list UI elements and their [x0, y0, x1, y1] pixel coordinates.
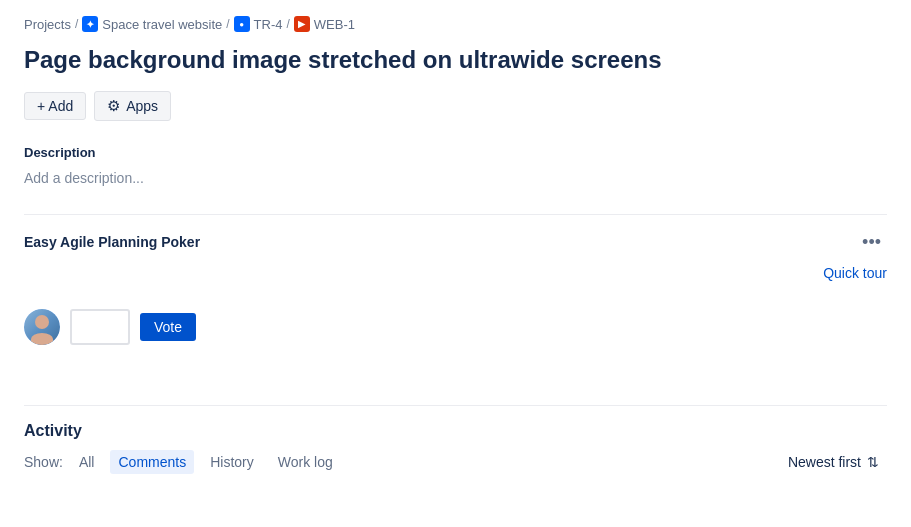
- show-label: Show:: [24, 454, 63, 470]
- tab-history[interactable]: History: [202, 450, 262, 474]
- breadcrumb-tr4[interactable]: ● TR-4: [234, 16, 283, 32]
- page-title: Page background image stretched on ultra…: [24, 44, 887, 75]
- breadcrumb-sep-1: /: [75, 17, 78, 31]
- activity-controls: Show: All Comments History Work log Newe…: [24, 450, 887, 474]
- agile-header: Easy Agile Planning Poker •••: [24, 231, 887, 253]
- breadcrumb-sep-2: /: [226, 17, 229, 31]
- breadcrumb-web1[interactable]: ▶ WEB-1: [294, 16, 355, 32]
- agile-section: Easy Agile Planning Poker ••• Quick tour…: [24, 214, 887, 345]
- breadcrumb-space-travel-label[interactable]: Space travel website: [102, 17, 222, 32]
- breadcrumb: Projects / ✦ Space travel website / ● TR…: [24, 16, 887, 32]
- description-section: Description Add a description...: [24, 145, 887, 190]
- breadcrumb-projects[interactable]: Projects: [24, 17, 71, 32]
- page-container: Projects / ✦ Space travel website / ● TR…: [0, 0, 911, 490]
- description-placeholder[interactable]: Add a description...: [24, 166, 887, 190]
- breadcrumb-space-travel[interactable]: ✦ Space travel website: [82, 16, 222, 32]
- toolbar: + Add ⚙ Apps: [24, 91, 887, 121]
- agile-title: Easy Agile Planning Poker: [24, 234, 200, 250]
- space-travel-icon: ✦: [82, 16, 98, 32]
- activity-header: Activity: [24, 422, 887, 440]
- vote-button[interactable]: Vote: [140, 313, 196, 341]
- web1-icon: ▶: [294, 16, 310, 32]
- quick-tour-link[interactable]: Quick tour: [823, 265, 887, 281]
- vote-input[interactable]: [70, 309, 130, 345]
- voting-area: Vote: [24, 309, 887, 345]
- agile-more-button[interactable]: •••: [856, 231, 887, 253]
- tab-comments[interactable]: Comments: [110, 450, 194, 474]
- sort-button[interactable]: Newest first ⇅: [780, 450, 887, 474]
- activity-section: Activity Show: All Comments History Work…: [24, 405, 887, 474]
- breadcrumb-tr4-label[interactable]: TR-4: [254, 17, 283, 32]
- sort-label: Newest first: [788, 454, 861, 470]
- avatar: [24, 309, 60, 345]
- tr4-icon: ●: [234, 16, 250, 32]
- breadcrumb-web1-label[interactable]: WEB-1: [314, 17, 355, 32]
- avatar-image: [24, 309, 60, 345]
- sort-icon: ⇅: [867, 454, 879, 470]
- breadcrumb-sep-3: /: [287, 17, 290, 31]
- apps-button[interactable]: ⚙ Apps: [94, 91, 171, 121]
- show-tabs: Show: All Comments History Work log: [24, 450, 341, 474]
- tab-all[interactable]: All: [71, 450, 103, 474]
- add-button[interactable]: + Add: [24, 92, 86, 120]
- tab-worklog[interactable]: Work log: [270, 450, 341, 474]
- apps-label: Apps: [126, 98, 158, 114]
- description-label: Description: [24, 145, 887, 160]
- apps-icon: ⚙: [107, 97, 120, 115]
